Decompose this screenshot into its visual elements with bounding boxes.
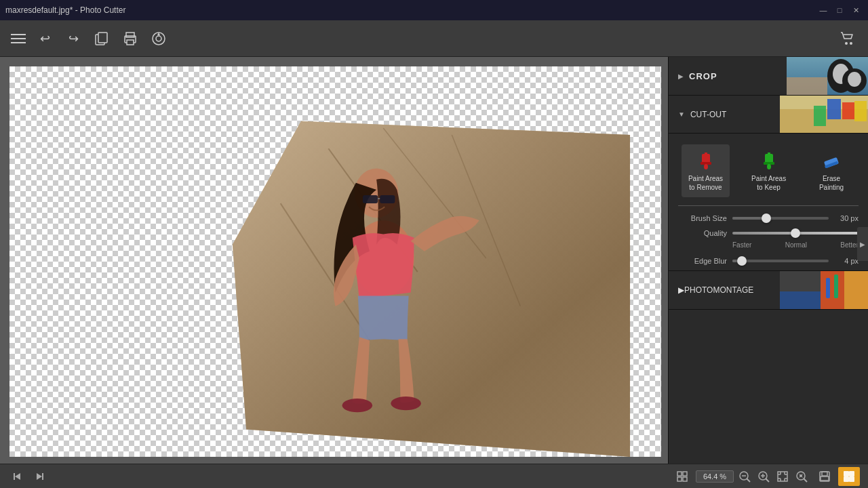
cutout-title: CUT-OUT — [690, 110, 726, 119]
brush-size-slider[interactable] — [732, 217, 829, 220]
quality-labels: Faster Normal Better — [669, 240, 868, 250]
svg-rect-54 — [677, 477, 682, 481]
canvas-content — [9, 66, 661, 457]
print-button[interactable] — [118, 26, 142, 51]
svg-rect-76 — [822, 472, 827, 476]
brush-settings-button[interactable] — [146, 26, 171, 51]
crop-collapse-icon: ▶ — [678, 73, 684, 80]
svg-rect-46 — [826, 278, 830, 298]
svg-rect-1 — [98, 33, 107, 43]
svg-point-21 — [391, 396, 420, 410]
toolbar: ↩ ↪ — [0, 20, 868, 57]
svg-rect-33 — [854, 101, 867, 121]
save-button[interactable] — [814, 467, 835, 486]
svg-rect-81 — [849, 476, 854, 482]
brush-icon — [150, 30, 167, 47]
maximize-button[interactable]: □ — [833, 3, 846, 17]
svg-rect-47 — [834, 274, 838, 298]
redo-button[interactable]: ↪ — [61, 26, 85, 51]
app-title: maxresdefault.jpg* - Photo Cutter — [5, 5, 125, 15]
undo-button[interactable]: ↩ — [33, 26, 57, 51]
svg-rect-55 — [683, 477, 687, 481]
edge-blur-row: Edge Blur 4 px — [669, 254, 868, 268]
brush-size-thumb[interactable] — [762, 214, 771, 223]
statusbar: 64.4 % — [0, 464, 868, 488]
status-right — [814, 467, 860, 486]
zoom-reset-button[interactable] — [793, 468, 810, 485]
crop-section: ▶ CROP — [669, 57, 868, 96]
zoom-reset-icon — [795, 470, 808, 483]
next-button[interactable] — [30, 468, 49, 485]
quality-slider[interactable] — [732, 232, 859, 235]
edge-blur-label: Edge Blur — [678, 257, 727, 265]
crop-thumb-svg — [787, 57, 868, 95]
zoom-out-icon — [738, 470, 751, 483]
crop-thumbnail — [787, 57, 868, 95]
erase-button[interactable]: ErasePainting — [808, 144, 855, 197]
scene-svg — [9, 66, 661, 457]
menu-button[interactable] — [8, 26, 28, 51]
cart-button[interactable] — [835, 26, 860, 51]
quality-thumb[interactable] — [791, 228, 800, 238]
edge-blur-value: 4 px — [834, 257, 859, 265]
svg-rect-45 — [780, 291, 821, 309]
svg-rect-27 — [787, 77, 827, 95]
prev-button[interactable] — [8, 468, 27, 485]
svg-rect-77 — [821, 476, 829, 481]
svg-point-7 — [845, 42, 848, 45]
quality-label: Quality — [678, 229, 727, 237]
tools-row: Paint Areasto Remove Paint Areasto Keep — [669, 134, 868, 203]
svg-line-58 — [747, 479, 750, 482]
paint-remove-button[interactable]: Paint Areasto Remove — [682, 144, 730, 197]
crop-header[interactable]: ▶ CROP — [669, 57, 868, 95]
paint-keep-button[interactable]: Paint Areasto Keep — [745, 144, 793, 197]
svg-rect-30 — [827, 99, 841, 119]
cutout-header[interactable]: ▼ CUT-OUT — [669, 96, 868, 134]
menu-icon — [11, 34, 26, 35]
svg-marker-10 — [233, 121, 630, 457]
erase-label: ErasePainting — [819, 174, 844, 192]
canvas-area[interactable] — [0, 57, 668, 464]
svg-rect-53 — [683, 472, 687, 476]
paint-divider — [678, 205, 859, 206]
zoom-display[interactable]: 64.4 % — [696, 470, 734, 483]
copy-icon — [94, 31, 109, 46]
copy-button[interactable] — [90, 26, 114, 51]
zoom-in-button[interactable] — [755, 468, 772, 485]
photomontage-title: PHOTOMONTAGE — [684, 285, 753, 295]
paint-keep-label: Paint Areasto Keep — [751, 174, 786, 192]
grid-button[interactable] — [671, 467, 693, 486]
zoom-control: 64.4 % — [671, 467, 810, 486]
brush-size-value: 30 px — [834, 214, 859, 222]
svg-rect-78 — [844, 471, 849, 476]
export-icon — [843, 470, 855, 483]
next-icon — [35, 472, 44, 481]
svg-rect-34 — [702, 154, 710, 163]
svg-point-36 — [704, 164, 708, 169]
fit-button[interactable] — [774, 468, 791, 485]
zoom-in-icon — [757, 470, 770, 483]
edge-blur-slider[interactable] — [732, 260, 829, 262]
zoom-out-button[interactable] — [736, 468, 753, 485]
right-panel: ▶ CROP — [668, 57, 868, 464]
export-button[interactable] — [838, 467, 860, 486]
side-panel-toggle[interactable]: ▶ — [857, 227, 868, 261]
paint-keep-icon — [758, 150, 780, 171]
fit-icon — [776, 470, 789, 483]
photomontage-header[interactable]: ▶ PHOTOMONTAGE — [669, 271, 868, 309]
minimize-button[interactable]: — — [816, 3, 830, 17]
photomontage-section: ▶ PHOTOMONTAGE — [669, 271, 868, 310]
svg-line-62 — [766, 479, 769, 482]
svg-marker-50 — [37, 473, 42, 480]
print-icon — [123, 31, 138, 46]
svg-rect-79 — [849, 471, 854, 476]
svg-marker-48 — [15, 473, 20, 480]
brush-size-row: Brush Size 30 px — [669, 211, 868, 225]
quality-faster: Faster — [732, 241, 751, 249]
side-arrow-icon: ▶ — [860, 241, 865, 248]
quality-row: Quality — [669, 228, 868, 239]
edge-blur-thumb[interactable] — [737, 256, 747, 266]
cutout-section: ▼ CUT-OUT — [669, 96, 868, 271]
quality-normal: Normal — [785, 241, 807, 249]
close-button[interactable]: ✕ — [849, 3, 863, 17]
